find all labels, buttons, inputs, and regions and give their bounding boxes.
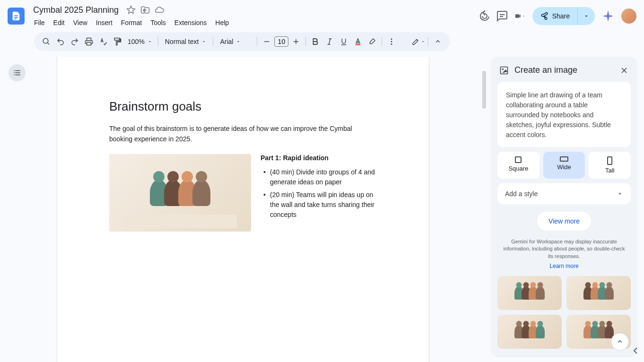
divider — [382, 37, 382, 46]
collapse-sidepanel-icon[interactable] — [630, 345, 641, 356]
svg-point-6 — [502, 68, 504, 69]
square-icon — [515, 156, 522, 163]
star-icon[interactable] — [126, 5, 136, 15]
bullet-item[interactable]: (40 min) Divide into groups of 4 and gen… — [261, 167, 377, 187]
divider — [213, 37, 213, 46]
edit-mode-icon[interactable] — [412, 35, 425, 48]
left-sidebar — [0, 57, 34, 362]
svg-rect-5 — [501, 67, 508, 74]
divider — [257, 37, 257, 46]
underline-icon[interactable] — [337, 35, 350, 48]
menu-bar: File Edit View Insert Format Tools Exten… — [30, 17, 479, 28]
collapse-toolbar-icon[interactable] — [431, 35, 444, 48]
divider — [305, 37, 306, 46]
menu-file[interactable]: File — [30, 17, 49, 28]
share-button-group: Share — [532, 7, 595, 25]
outline-button[interactable] — [9, 64, 26, 81]
menu-extensions[interactable]: Extensions — [171, 17, 210, 28]
panel-title: Create an image — [514, 65, 614, 75]
gemini-icon[interactable] — [601, 9, 615, 23]
menu-help[interactable]: Help — [211, 17, 233, 28]
font-select[interactable]: Arial — [216, 38, 254, 45]
prompt-textarea[interactable]: Simple line art drawing of a team collab… — [497, 82, 631, 147]
divider — [428, 37, 428, 46]
history-icon[interactable] — [479, 10, 490, 22]
menu-insert[interactable]: Insert — [92, 17, 116, 28]
generated-image-1[interactable] — [497, 276, 562, 310]
more-icon[interactable] — [385, 35, 398, 48]
ratio-square[interactable]: Square — [497, 152, 540, 179]
search-icon[interactable] — [40, 35, 53, 48]
user-avatar[interactable] — [621, 9, 636, 24]
cloud-status-icon[interactable] — [155, 5, 164, 15]
ratio-tall[interactable]: Tall — [589, 152, 631, 179]
share-dropdown[interactable] — [577, 7, 595, 25]
close-icon[interactable] — [619, 66, 629, 75]
comments-icon[interactable] — [496, 10, 508, 22]
menu-format[interactable]: Format — [117, 17, 146, 28]
menu-edit[interactable]: Edit — [50, 17, 69, 28]
app-header: Cymbal 2025 Planning File Edit View Inse… — [0, 0, 644, 28]
zoom-select[interactable]: 100% — [125, 38, 155, 45]
scroll-up-button[interactable] — [611, 333, 629, 351]
highlight-icon[interactable] — [366, 35, 379, 48]
disclaimer-text: Gemini for Workspace may display inaccur… — [491, 238, 637, 263]
italic-icon[interactable] — [323, 35, 336, 48]
doc-heading[interactable]: Brainstorm goals — [109, 99, 377, 114]
bullet-item[interactable]: (20 min) Teams will pin ideas up on the … — [261, 190, 377, 220]
document-canvas[interactable]: Brainstorm goals The goal of this brains… — [34, 57, 486, 362]
toolbar: 100% Normal text Arial — [34, 32, 450, 51]
svg-point-3 — [391, 41, 392, 43]
increase-font-icon[interactable] — [289, 35, 303, 48]
video-call-button[interactable] — [514, 10, 526, 22]
menu-tools[interactable]: Tools — [147, 17, 170, 28]
move-icon[interactable] — [140, 5, 150, 15]
svg-point-2 — [391, 38, 392, 40]
share-label: Share — [552, 12, 570, 20]
svg-point-4 — [391, 43, 392, 45]
spellcheck-icon[interactable] — [96, 35, 110, 48]
text-color-icon[interactable] — [351, 35, 365, 48]
divider — [158, 37, 158, 46]
svg-rect-1 — [356, 44, 361, 45]
paint-format-icon[interactable] — [111, 35, 124, 48]
style-dropdown[interactable]: Add a style — [497, 183, 631, 204]
svg-point-0 — [43, 38, 48, 43]
print-icon[interactable] — [82, 35, 96, 48]
undo-icon[interactable] — [54, 35, 67, 48]
inserted-image[interactable] — [109, 154, 251, 232]
menu-view[interactable]: View — [70, 17, 91, 28]
wide-icon — [560, 156, 568, 162]
create-image-panel: Create an image Simple line art drawing … — [491, 57, 637, 357]
image-icon — [499, 66, 509, 75]
view-more-button[interactable]: View more — [537, 212, 591, 231]
decrease-font-icon[interactable] — [260, 35, 273, 48]
tall-icon — [607, 156, 612, 165]
document-title[interactable]: Cymbal 2025 Planning — [30, 4, 122, 16]
docs-logo[interactable] — [8, 8, 25, 25]
share-button[interactable]: Share — [532, 7, 577, 25]
font-size-input[interactable] — [274, 36, 288, 47]
ratio-wide[interactable]: Wide — [543, 152, 585, 179]
redo-icon[interactable] — [68, 35, 81, 48]
document-page: Brainstorm goals The goal of this brains… — [57, 57, 429, 362]
doc-intro[interactable]: The goal of this brainstorm is to genera… — [109, 123, 377, 145]
part-title[interactable]: Part 1: Rapid ideation — [261, 154, 377, 162]
generated-image-3[interactable] — [497, 315, 562, 349]
paragraph-style-select[interactable]: Normal text — [161, 38, 210, 45]
learn-more-link[interactable]: Learn more — [491, 263, 637, 269]
generated-image-2[interactable] — [566, 276, 631, 310]
bold-icon[interactable] — [309, 35, 322, 48]
scrollbar[interactable] — [482, 71, 486, 109]
